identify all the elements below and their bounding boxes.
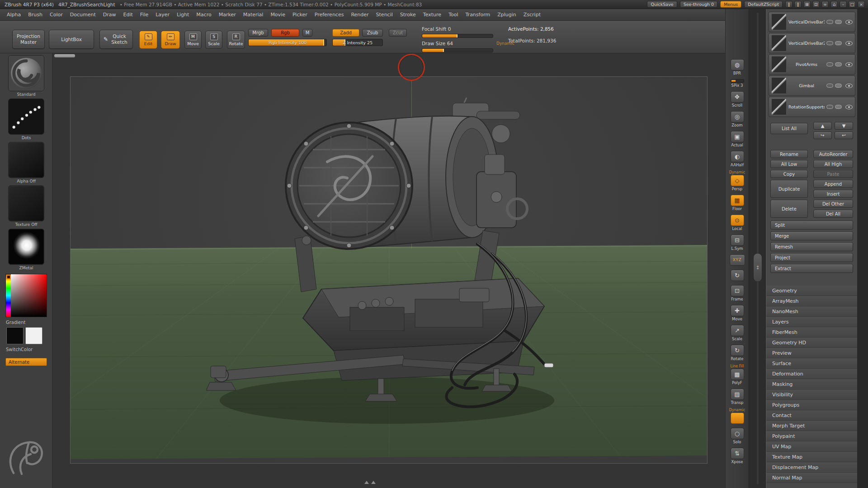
maximize-icon[interactable]: □ [849, 1, 856, 8]
viewport-canvas[interactable] [52, 53, 725, 488]
subtool-thumbnail[interactable] [771, 99, 787, 115]
tray-scrollbar-handle[interactable]: ↕ [753, 253, 762, 282]
home-page-icon[interactable]: ⌂ [830, 1, 838, 8]
polypaint-colorize-toggle-icon[interactable] [826, 41, 833, 45]
ui-layout-icon[interactable]: ⊞ [803, 1, 811, 8]
rightshelf-button-spix[interactable]: SPix 3 [731, 79, 744, 88]
subtool-row[interactable]: RotationSupports [769, 97, 855, 117]
see-through-slider[interactable]: See-through 0 [680, 1, 718, 8]
menubar-item[interactable]: Render [347, 12, 372, 18]
rightshelf-button-local[interactable]: ⊙ Local [731, 214, 744, 231]
subtool-row[interactable]: VerticalDriveBar2 [769, 33, 855, 53]
polypaint-colorize-toggle-icon[interactable] [826, 20, 833, 24]
secondary-color-swatch[interactable] [25, 327, 42, 344]
rightshelf-button-xpose[interactable]: ⇅ Xpose [731, 447, 744, 464]
menubar-item[interactable]: Edit [120, 12, 137, 18]
draw-button[interactable]: ✏ Draw [161, 31, 180, 49]
projection-master-button[interactable]: Projection Master [12, 30, 45, 49]
rgb-intensity-slider[interactable]: Rgb Intensity 100 [248, 39, 327, 46]
subtool-section-header[interactable]: Remesh [770, 242, 853, 251]
subtool-duplicate-button[interactable]: Duplicate [770, 180, 808, 198]
spix-mini-slider[interactable] [731, 79, 744, 83]
tool-palette-section[interactable]: Visibility [766, 389, 858, 400]
zadd-button[interactable]: Zadd [332, 29, 359, 37]
z-intensity-slider[interactable]: Z Intensity 25 [332, 39, 383, 46]
rightshelf-button-frame[interactable]: ⊡ Frame [731, 285, 744, 301]
tool-palette-section[interactable]: Morph Target [766, 421, 858, 431]
tool-palette-section[interactable]: UV Map [766, 441, 858, 452]
visibility-eye-icon[interactable] [845, 41, 853, 46]
draw-size-slider[interactable] [422, 48, 493, 52]
menubar-item[interactable]: Stroke [396, 12, 420, 18]
subtool-paste-button[interactable]: Paste [813, 170, 853, 178]
divider-columns-icon-2[interactable]: ∥ [794, 1, 802, 8]
default-zscript-button[interactable]: DefaultZScript [744, 1, 783, 8]
rightshelf-button-zoom[interactable]: ◎ Zoom [731, 111, 744, 127]
visibility-eye-icon[interactable] [845, 62, 853, 67]
menubar-item[interactable]: Macro [193, 12, 215, 18]
rightshelf-sub-toggle[interactable]: Dynamic [729, 408, 745, 412]
menubar-item[interactable]: Document [66, 12, 99, 18]
rightshelf-button-spin[interactable]: ↻ [731, 269, 744, 282]
rightshelf-button-bpr[interactable]: ◍ BPR [731, 59, 744, 75]
tool-palette-section[interactable]: Layers [766, 317, 858, 327]
switchcolor-button[interactable]: SwitchColor [0, 347, 52, 352]
menubar-item[interactable]: Color [46, 12, 66, 18]
rightshelf-button-scale[interactable]: ↗ Scale [731, 324, 744, 341]
zsub-button[interactable]: Zsub [362, 29, 383, 37]
tool-palette-section[interactable]: Contact [766, 410, 858, 421]
subtool-section-header[interactable]: Extract [770, 264, 853, 273]
menubar-item[interactable]: File [137, 12, 152, 18]
divider-columns-icon[interactable]: ∥ [785, 1, 793, 8]
menubar-item[interactable]: Marker [215, 12, 240, 18]
polypaint-shade-toggle-icon[interactable] [835, 105, 842, 109]
subtool-move-up-button[interactable]: ↪ [813, 131, 832, 139]
rightshelf-button-xyz[interactable]: XYZ [730, 254, 745, 266]
tool-palette-section[interactable]: Surface [766, 358, 858, 369]
subtool-rename-button[interactable]: Rename [770, 150, 808, 158]
focal-shift-slider[interactable] [422, 34, 493, 38]
menubar-item[interactable]: Texture [420, 12, 445, 18]
subtool-section-header[interactable]: Split [770, 221, 853, 230]
tool-palette-section[interactable]: Displacement Map [766, 462, 858, 473]
menubar-item[interactable]: Zplugin [494, 12, 520, 18]
visibility-eye-icon[interactable] [845, 20, 853, 24]
menubar-item[interactable]: Draw [99, 12, 120, 18]
mrgb-button[interactable]: Mrgb [248, 29, 268, 37]
subtool-del-other-button[interactable]: Del Other [813, 200, 853, 208]
tool-palette-section[interactable]: Geometry HD [766, 338, 858, 348]
saturation-value-square[interactable] [11, 274, 47, 317]
tool-palette-section[interactable]: Polypaint [766, 431, 858, 441]
tool-palette-section[interactable]: Deformation [766, 369, 858, 379]
tool-palette-section[interactable]: ArrayMesh [766, 296, 858, 306]
polypaint-colorize-toggle-icon[interactable] [826, 84, 833, 88]
subtool-thumbnail[interactable] [771, 35, 787, 52]
scale-button[interactable]: S Scale [205, 31, 222, 49]
rightshelf-button-aahalf[interactable]: ◐ AAHalf [731, 150, 744, 167]
rightshelf-button-actual[interactable]: ▣ Actual [731, 131, 744, 147]
main-color-swatch[interactable] [6, 327, 24, 344]
subtool-delete-button[interactable]: Delete [770, 200, 808, 218]
polypaint-colorize-toggle-icon[interactable] [826, 62, 833, 66]
tool-palette-section[interactable]: Preview [766, 348, 858, 358]
zcut-button[interactable]: Zcut [389, 29, 407, 37]
rightshelf-button-scroll[interactable]: ✥ Scroll [731, 91, 744, 108]
menubar-item[interactable]: Picker [289, 12, 311, 18]
hue-strip[interactable] [6, 274, 11, 317]
tray-scrollbar-track[interactable] [757, 13, 759, 484]
subtool-row[interactable]: PivotArms [769, 54, 855, 75]
tool-palette-section[interactable]: FiberMesh [766, 327, 858, 338]
subtool-row[interactable]: Gimbal [769, 75, 855, 96]
tool-palette-section[interactable]: Texture Map [766, 452, 858, 462]
rightshelf-button-persp[interactable]: Dynamic ◇ Persp [729, 170, 745, 191]
menubar-item[interactable]: Light [173, 12, 193, 18]
polypaint-shade-toggle-icon[interactable] [835, 84, 842, 88]
menubar-item[interactable]: Preferences [311, 12, 348, 18]
rightshelf-button-solo-dynamic[interactable]: Dynamic [729, 408, 745, 424]
canvas-grip-handle[interactable] [54, 54, 75, 57]
lightbox-button[interactable]: LightBox [49, 30, 94, 49]
alternate-color-button[interactable]: Alternate [5, 358, 47, 366]
menubar-item[interactable]: Brush [24, 12, 46, 18]
tool-palette-section[interactable]: Geometry [766, 286, 858, 296]
quicksave-button[interactable]: QuickSave [647, 1, 677, 8]
